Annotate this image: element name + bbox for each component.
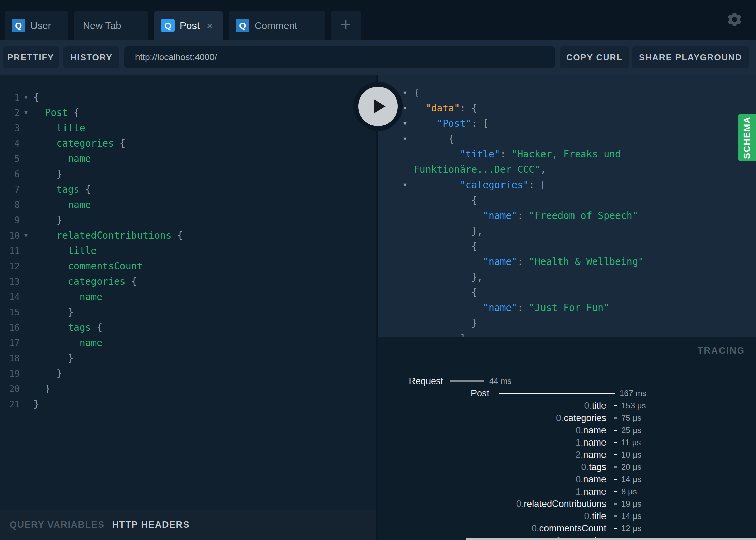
tracing-duration-bar [450, 381, 484, 382]
collapse-arrow-icon[interactable]: ▼ [402, 182, 408, 188]
tracing-row: 167 msPost [378, 387, 756, 400]
toolbar: PRETTIFY HISTORY http://localhost:4000/ … [0, 40, 756, 75]
endpoint-url-input[interactable]: http://localhost:4000/ [124, 46, 555, 68]
tracing-row: 12 μs0.commentsCount [378, 522, 756, 535]
response-line: Funktionäre...Der CCC", [378, 162, 756, 177]
response-line: { [378, 239, 756, 254]
tracing-row: 25 μs0.name [378, 424, 756, 436]
copy-curl-button[interactable]: COPY CURL [560, 46, 629, 68]
editor-line: 5name [0, 151, 376, 166]
tracing-duration-bar [614, 504, 617, 505]
history-button[interactable]: HISTORY [63, 46, 119, 68]
response-panel: ▼{▼"data": {▼"Post": [▼{"title": "Hacker… [378, 75, 756, 337]
tracing-row: 20 μs0.tags [378, 461, 756, 473]
editor-line: 6} [0, 166, 376, 182]
tab-label: Post [180, 20, 200, 31]
tracing-duration-bar [499, 393, 615, 394]
share-playground-button[interactable]: SHARE PLAYGROUND [632, 46, 749, 68]
response-line: }, [378, 223, 756, 239]
editor-line: 20} [0, 381, 376, 396]
editor-line: 17name [0, 335, 376, 350]
response-line: { [378, 285, 756, 300]
horizontal-scrollbar[interactable] [466, 538, 756, 540]
tracing-row: 19 μs0.relatedContributions [378, 498, 756, 510]
prettify-button[interactable]: PRETTIFY [3, 46, 59, 68]
collapse-arrow-icon[interactable]: ▼ [402, 136, 408, 142]
tracing-panel: TRACING 44 msRequest167 msPost153 μs0.ti… [378, 337, 756, 540]
response-line: "name": "Just For Fun" [378, 300, 756, 315]
editor-line: 14name [0, 289, 376, 304]
tracing-duration-bar [614, 516, 617, 517]
response-line: } [378, 315, 756, 331]
tracing-row: 8 μs1.name [378, 485, 756, 498]
schema-tab-label: SCHEMA [742, 116, 752, 159]
tracing-duration-bar [614, 418, 617, 419]
tracing-row: 10 μs2.name [378, 449, 756, 461]
top-tab-bar: QUserNew TabQPost×QComment+ [0, 0, 756, 40]
editor-line: 13categories { [0, 274, 376, 289]
tab-user[interactable]: QUser [5, 11, 68, 40]
fold-arrow-icon[interactable]: ▼ [20, 232, 32, 239]
tracing-duration-bar [614, 442, 617, 443]
collapse-arrow-icon[interactable]: ▼ [402, 90, 408, 96]
editor-line: 19} [0, 366, 376, 381]
fold-arrow-icon[interactable]: ▼ [20, 94, 32, 101]
tracing-duration-bar [614, 405, 617, 406]
response-line: ▼"categories": [ [378, 177, 756, 193]
settings-gear-icon[interactable] [726, 11, 743, 28]
response-line: ▼"data": { [378, 101, 756, 116]
editor-line: 12commentsCount [0, 258, 376, 274]
tracing-title: TRACING [698, 345, 745, 356]
new-tab-button[interactable]: + [331, 11, 361, 40]
tracing-row: 75 μs0.categories [378, 412, 756, 424]
response-line: { [378, 193, 756, 208]
tracing-duration-bar [614, 467, 617, 468]
tab-row: QUserNew TabQPost×QComment+ [5, 11, 361, 40]
execute-query-button[interactable] [353, 82, 403, 131]
query-editor[interactable]: 1▼{2▼Post {3title4categories {5name6}7ta… [0, 75, 376, 540]
fold-arrow-icon[interactable]: ▼ [20, 109, 32, 116]
editor-line: 7tags { [0, 182, 376, 197]
query-variables-tab[interactable]: QUERY VARIABLES [10, 520, 105, 530]
response-line: "name": "Freedom of Speech" [378, 208, 756, 223]
tracing-row: 44 msRequest [378, 375, 756, 387]
tracing-duration-bar [614, 491, 617, 492]
editor-line: 21} [0, 396, 376, 412]
tracing-row: 153 μs0.title [378, 400, 756, 412]
collapse-arrow-icon[interactable]: ▼ [402, 121, 408, 127]
collapse-arrow-icon[interactable]: ▼ [402, 105, 408, 111]
tab-comment[interactable]: QComment [229, 11, 325, 40]
bottom-bar: QUERY VARIABLES HTTP HEADERS [0, 510, 376, 540]
tab-label: Comment [255, 20, 297, 31]
tab-post[interactable]: QPost× [154, 11, 223, 40]
editor-line: 16tags { [0, 320, 376, 335]
response-line: "name": "Health & Wellbeing" [378, 254, 756, 269]
editor-line: 8name [0, 197, 376, 212]
query-badge: Q [12, 19, 25, 32]
tracing-row: 14 μs0.title [378, 510, 756, 522]
editor-line: 9} [0, 212, 376, 228]
query-badge: Q [161, 19, 175, 32]
http-headers-tab[interactable]: HTTP HEADERS [112, 520, 190, 530]
response-line: ▼"Post": [ [378, 116, 756, 131]
tracing-row: 11 μs1.name [378, 436, 756, 449]
editor-line: 15} [0, 304, 376, 320]
response-line: "title": "Hacker, Freaks und [378, 147, 756, 162]
tab-new-tab[interactable]: New Tab [74, 11, 148, 40]
tab-label: User [30, 20, 51, 31]
editor-line: 11title [0, 243, 376, 258]
editor-line: 1▼{ [0, 90, 376, 105]
plus-icon: + [340, 16, 351, 33]
response-line: ▼{ [378, 85, 756, 101]
tab-label: New Tab [83, 20, 121, 31]
tracing-row: 14 μs0.name [378, 473, 756, 485]
schema-tab[interactable]: SCHEMA [738, 114, 756, 161]
response-line: ], [378, 331, 756, 337]
editor-line: 3title [0, 120, 376, 136]
tracing-duration-bar [614, 479, 617, 480]
close-tab-icon[interactable]: × [206, 20, 213, 31]
query-badge: Q [236, 19, 249, 32]
response-line: }, [378, 269, 756, 285]
editor-line: 2▼Post { [0, 105, 376, 120]
tracing-duration-bar [614, 454, 617, 455]
